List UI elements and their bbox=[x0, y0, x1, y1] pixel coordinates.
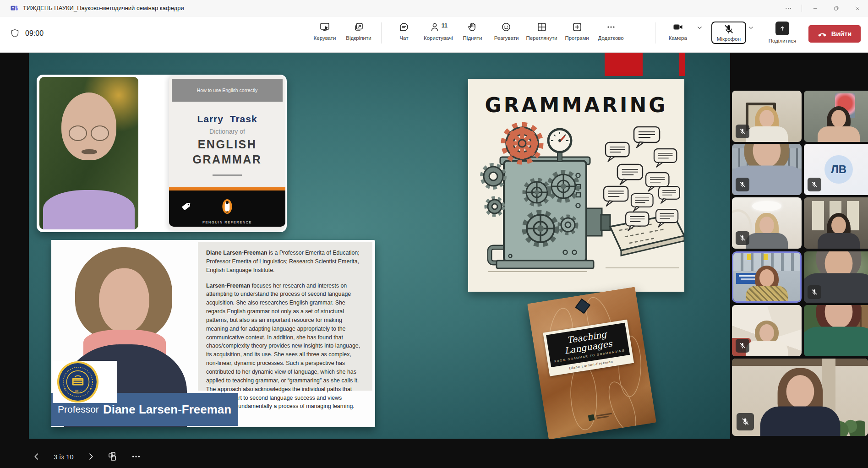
diane-larsen-freeman-card: Diane Larsen-Freeman is a Professor Emer… bbox=[51, 240, 375, 427]
participant-tile[interactable] bbox=[804, 197, 868, 249]
camera-button[interactable]: Камера bbox=[661, 22, 695, 41]
slide-navigation: 3 із 10 bbox=[32, 447, 141, 466]
chat-button[interactable]: Чат bbox=[387, 22, 421, 41]
muted-mic-badge bbox=[736, 178, 749, 191]
next-slide-button[interactable] bbox=[86, 452, 95, 461]
people-icon bbox=[429, 22, 440, 33]
unpin-button[interactable]: Відкріпити bbox=[342, 22, 376, 41]
larry-trask-photo bbox=[39, 77, 138, 229]
previous-slide-button[interactable] bbox=[32, 452, 41, 461]
ellipsis-icon bbox=[606, 22, 617, 33]
participant-count: 11 bbox=[442, 22, 448, 29]
mic-button[interactable]: Мікрофон bbox=[711, 22, 746, 44]
orange-gear bbox=[504, 125, 540, 162]
mic-muted-icon bbox=[723, 24, 734, 35]
restore-button[interactable] bbox=[826, 0, 847, 16]
screen-control-icon bbox=[319, 22, 330, 33]
window-titlebar: T ТИЖДЕНЬ НАУКИ_Науково-методичний семін… bbox=[0, 0, 868, 16]
titlebar-more-button[interactable] bbox=[778, 0, 799, 16]
muted-mic-badge bbox=[737, 413, 754, 430]
svg-text:T: T bbox=[12, 6, 14, 10]
ceiling-beam bbox=[732, 359, 868, 366]
larry-trask-card: How to use English correctly Larry Trask… bbox=[37, 75, 287, 232]
smiley-icon bbox=[501, 22, 512, 33]
participant-tile-speaking[interactable] bbox=[732, 251, 802, 303]
avatar-initials: ЛВ bbox=[824, 155, 853, 184]
apps-plus-icon bbox=[572, 22, 583, 33]
flag bbox=[764, 254, 768, 260]
teaching-languages-book: Teaching Languages FROM GRAMMAR TO GRAMM… bbox=[527, 287, 656, 439]
participant-tile avatar-tile[interactable]: ЛВ bbox=[804, 144, 868, 195]
titlebar-separator bbox=[802, 5, 802, 12]
toolbar-divider bbox=[381, 22, 382, 44]
participant-tile-large[interactable] bbox=[732, 359, 868, 436]
muted-mic-badge bbox=[808, 285, 821, 299]
window-title: ТИЖДЕНЬ НАУКИ_Науково-методичний семінар… bbox=[23, 5, 184, 11]
shared-screen-slide: How to use English correctly Larry Trask… bbox=[29, 53, 730, 439]
book-publisher: PENGUIN REFERENCE bbox=[169, 220, 285, 224]
slide-red-decoration bbox=[605, 53, 643, 76]
book-title: ENGLISH GRAMMAR bbox=[169, 137, 285, 167]
popout-icon bbox=[353, 22, 364, 33]
chat-icon bbox=[399, 22, 409, 33]
close-button[interactable] bbox=[847, 0, 868, 16]
diane-bio-text: Diane Larsen-Freeman is a Professor Emer… bbox=[198, 242, 372, 391]
muted-mic-badge bbox=[736, 231, 749, 245]
share-icon bbox=[775, 22, 789, 35]
meeting-stage: How to use English correctly Larry Trask… bbox=[0, 53, 868, 468]
muted-mic-badge bbox=[736, 339, 749, 353]
glasses bbox=[66, 125, 112, 141]
flag bbox=[747, 254, 751, 260]
meeting-toolbar: 09:00 Керувати Відкріпити Чат 11 Користу… bbox=[0, 16, 868, 53]
people-button[interactable]: 11 Користувачі bbox=[421, 22, 455, 41]
participant-tile[interactable] bbox=[732, 91, 802, 142]
book-series: Dictionary of bbox=[169, 128, 285, 135]
muted-mic-badge bbox=[808, 178, 821, 191]
grammar-machine-illustration bbox=[468, 117, 684, 277]
umich-seal: 1817 bbox=[53, 361, 117, 403]
react-button[interactable]: Реагувати bbox=[489, 22, 523, 41]
raised-hand-icon bbox=[467, 22, 478, 33]
english-grammar-book-cover: How to use English correctly Larry Trask… bbox=[169, 76, 285, 230]
camera-chevron-icon[interactable] bbox=[696, 24, 703, 31]
teams-icon: T bbox=[10, 4, 18, 12]
penguin-logo bbox=[222, 199, 233, 214]
grammaring-poster: GRAMMARING bbox=[468, 79, 684, 292]
minimize-button[interactable] bbox=[805, 0, 826, 16]
ceiling-light bbox=[752, 201, 781, 211]
slide-more-options[interactable] bbox=[131, 452, 141, 462]
participant-tile[interactable] bbox=[804, 91, 868, 142]
shield-icon bbox=[10, 28, 20, 38]
toolbar-divider bbox=[655, 22, 655, 44]
book-tagline: How to use English correctly bbox=[197, 87, 257, 93]
muted-mic-badge bbox=[736, 125, 749, 138]
raise-hand-button[interactable]: Підняти bbox=[455, 22, 489, 41]
manage-button[interactable]: Керувати bbox=[308, 22, 342, 41]
book-author: Larry Trask bbox=[169, 114, 285, 125]
meeting-timer: 09:00 bbox=[25, 29, 44, 38]
apps-button[interactable]: Програми bbox=[560, 22, 594, 41]
view-grid-icon bbox=[536, 22, 547, 33]
leave-button[interactable]: Вийти bbox=[808, 25, 861, 43]
participant-tile[interactable] bbox=[732, 197, 802, 249]
view-button[interactable]: Переглянути bbox=[523, 22, 560, 41]
participant-tile[interactable] bbox=[804, 251, 868, 303]
tag-icon bbox=[181, 201, 191, 212]
hangup-icon bbox=[818, 29, 827, 39]
poster-title: GRAMMARING bbox=[468, 93, 684, 117]
svg-text:1817: 1817 bbox=[74, 389, 82, 393]
more-button[interactable]: Додатково bbox=[594, 22, 628, 41]
slide-position: 3 із 10 bbox=[54, 453, 74, 461]
participant-tile[interactable] bbox=[732, 144, 802, 195]
slide-red-decoration bbox=[679, 53, 685, 76]
share-button[interactable]: Поділитися bbox=[765, 22, 799, 44]
slide-sorter-icon[interactable] bbox=[108, 451, 119, 462]
participants-panel: ЛВ bbox=[730, 53, 868, 468]
camera-icon bbox=[672, 22, 683, 33]
participant-tile[interactable] bbox=[804, 305, 868, 356]
mic-chevron-icon[interactable] bbox=[748, 24, 754, 31]
participant-tile[interactable] bbox=[732, 305, 802, 356]
